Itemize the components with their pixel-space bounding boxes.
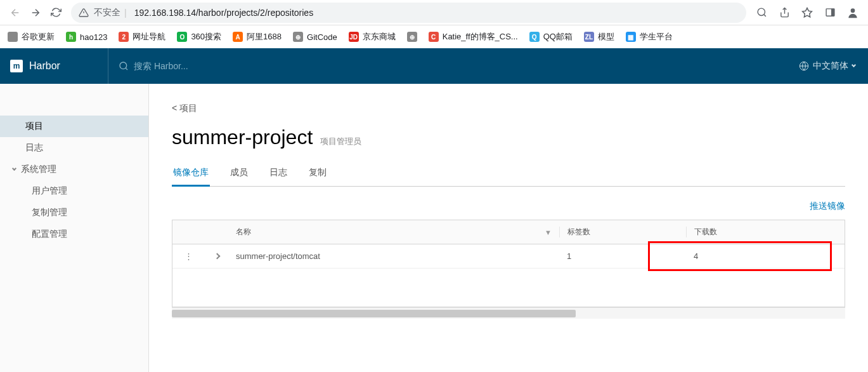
bookmark-label: Katie_ff的博客_CS...	[443, 31, 518, 43]
bookmark-item[interactable]: 谷歌更新	[8, 31, 55, 43]
harbor-header: m Harbor 中文简体	[0, 48, 868, 84]
bookmarks-bar: 谷歌更新hhao1232网址导航O360搜索A阿里1688⊕GitCodeJD京…	[0, 25, 868, 48]
bookmark-item[interactable]: JD京东商城	[349, 31, 396, 43]
bookmark-item[interactable]: A阿里1688	[233, 31, 282, 43]
tabs: 镜像仓库成员日志复制	[172, 167, 845, 187]
chevron-down-icon	[12, 166, 16, 171]
bookmark-item[interactable]: 2网址导航	[119, 31, 165, 43]
bookmark-favicon: h	[66, 32, 76, 42]
bookmark-favicon	[8, 32, 18, 42]
breadcrumb-link[interactable]: < 项目	[172, 103, 197, 113]
sidebar-item[interactable]: 复制管理	[0, 202, 148, 223]
app-name: Harbor	[29, 60, 60, 72]
row-actions-menu[interactable]: ⋮	[172, 251, 204, 261]
language-selector[interactable]: 中文简体	[786, 60, 868, 72]
bookmark-item[interactable]: ZL模型	[584, 31, 614, 43]
content-area: < 项目 summer-project 项目管理员 镜像仓库成员日志复制 推送镜…	[149, 84, 868, 372]
repo-name[interactable]: summer-project/tomcat	[230, 251, 559, 261]
share-icon[interactable]	[774, 3, 794, 23]
not-secure-icon	[79, 8, 89, 18]
sidebar-item[interactable]: 项目	[0, 116, 148, 137]
bookmark-favicon: ▦	[626, 32, 636, 42]
bookmark-label: hao123	[80, 32, 107, 42]
sidebar-group-admin[interactable]: 系统管理	[0, 159, 148, 180]
repo-tags-count: 1	[559, 251, 686, 261]
bookmark-label: QQ邮箱	[543, 31, 573, 43]
bookmark-favicon: C	[429, 32, 439, 42]
breadcrumb[interactable]: < 项目	[172, 103, 845, 114]
bookmark-label: 网址导航	[133, 31, 165, 43]
bookmark-favicon: O	[177, 32, 187, 42]
back-button[interactable]	[5, 3, 25, 23]
sidebar: 项目日志 系统管理 用户管理复制管理配置管理	[0, 84, 149, 372]
role-badge: 项目管理员	[320, 136, 361, 147]
bookmark-label: 阿里1688	[247, 31, 282, 43]
panel-icon[interactable]	[820, 3, 840, 23]
bookmark-favicon: A	[233, 32, 243, 42]
harbor-logo[interactable]: m Harbor	[0, 60, 108, 72]
sidebar-item[interactable]: 日志	[0, 137, 148, 159]
repo-table: 名称 ▼ 标签数 下载数 ⋮ summer-project/tomcat 1 4	[172, 220, 845, 307]
filter-icon[interactable]: ▼	[545, 229, 552, 236]
bookmark-favicon: ⊕	[407, 32, 417, 42]
bookmark-favicon: ZL	[584, 32, 594, 42]
svg-rect-3	[831, 9, 834, 16]
bookmark-item[interactable]: O360搜索	[177, 31, 221, 43]
security-status: 不安全	[94, 7, 120, 18]
bookmark-item[interactable]: hhao123	[66, 32, 107, 42]
url-text: 192.168.198.14/harbor/projects/2/reposit…	[134, 8, 314, 18]
bookmark-favicon: 2	[119, 32, 129, 42]
url-bar[interactable]: 不安全 | 192.168.198.14/harbor/projects/2/r…	[71, 3, 746, 23]
bookmark-label: GitCode	[307, 32, 337, 42]
bookmark-item[interactable]: QQQ邮箱	[529, 31, 573, 43]
bookmark-favicon: Q	[529, 32, 540, 42]
bookmark-item[interactable]: ⊕	[407, 32, 417, 42]
tab[interactable]: 复制	[308, 167, 328, 186]
bookmark-star-icon[interactable]	[797, 3, 817, 23]
bookmark-label: 模型	[598, 31, 614, 43]
language-label: 中文简体	[813, 60, 848, 72]
scrollbar-thumb[interactable]	[172, 310, 576, 317]
col-downloads[interactable]: 下载数	[686, 227, 845, 237]
bookmark-label: 学生平台	[640, 31, 673, 43]
table-row: ⋮ summer-project/tomcat 1 4	[172, 244, 845, 269]
bookmark-favicon: JD	[349, 32, 359, 42]
svg-point-0	[758, 8, 765, 15]
profile-icon[interactable]	[843, 3, 863, 23]
tab[interactable]: 镜像仓库	[172, 167, 210, 187]
sidebar-item[interactable]: 用户管理	[0, 180, 148, 202]
browser-toolbar: 不安全 | 192.168.198.14/harbor/projects/2/r…	[0, 0, 868, 25]
repo-downloads-count: 4	[686, 251, 845, 261]
tab[interactable]: 成员	[229, 167, 249, 186]
bookmark-favicon: ⊕	[293, 32, 303, 42]
push-image-link[interactable]: 推送镜像	[810, 201, 845, 212]
bookmark-label: 京东商城	[363, 31, 396, 43]
col-tags[interactable]: 标签数	[559, 227, 686, 237]
col-name[interactable]: 名称 ▼	[230, 227, 559, 237]
table-header: 名称 ▼ 标签数 下载数	[172, 220, 845, 244]
bookmark-item[interactable]: ▦学生平台	[626, 31, 673, 43]
harbor-logo-icon: m	[10, 60, 23, 72]
bookmark-item[interactable]: ⊕GitCode	[293, 32, 337, 42]
sidebar-group-label: 系统管理	[21, 164, 56, 175]
search-input[interactable]	[134, 61, 261, 71]
bookmark-label: 谷歌更新	[22, 31, 55, 43]
page-title: summer-project	[172, 126, 313, 149]
reload-button[interactable]	[46, 3, 66, 23]
row-expand-toggle[interactable]	[204, 254, 230, 258]
horizontal-scrollbar[interactable]	[172, 307, 845, 319]
search-icon	[119, 61, 129, 71]
tab[interactable]: 日志	[268, 167, 288, 186]
bookmark-item[interactable]: CKatie_ff的博客_CS...	[429, 31, 518, 43]
svg-point-5	[120, 62, 127, 69]
svg-marker-1	[803, 8, 812, 17]
bookmark-label: 360搜索	[191, 31, 221, 43]
svg-point-4	[851, 8, 855, 13]
forward-button[interactable]	[25, 3, 46, 23]
sidebar-item[interactable]: 配置管理	[0, 223, 148, 245]
chevron-down-icon	[852, 63, 856, 67]
globe-icon	[799, 61, 809, 71]
zoom-icon[interactable]	[751, 3, 772, 23]
harbor-search[interactable]	[108, 48, 271, 84]
